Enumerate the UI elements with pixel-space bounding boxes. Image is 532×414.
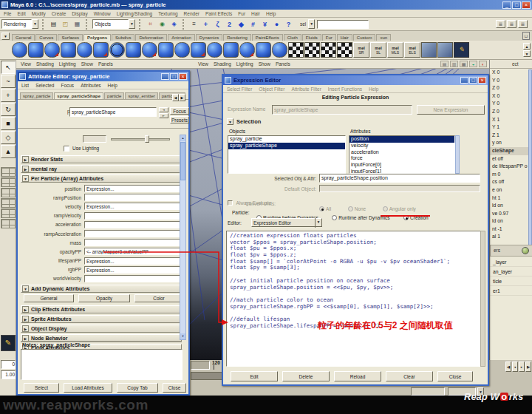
rotate-tool[interactable]: ↻ [1, 103, 16, 116]
channel-row[interactable]: cs off [490, 178, 532, 186]
shelf-tab[interactable]: Animation [168, 34, 195, 41]
mel-script-button[interactable]: melSL [370, 42, 386, 58]
attribute-list-item[interactable]: inputForce[0] [349, 162, 454, 169]
scroll-down-icon[interactable]: ▼ [180, 333, 185, 339]
channel-row[interactable]: al 1 [490, 233, 532, 241]
sphere-icon[interactable]: ● [272, 19, 282, 29]
channel-row[interactable]: X 1 [490, 116, 532, 124]
menu-item[interactable]: Help [369, 86, 378, 92]
channel-row[interactable]: ve 0.97 [490, 210, 532, 218]
scale-tool[interactable]: ■ [1, 117, 16, 130]
shelf-icon-selected[interactable] [109, 42, 125, 58]
maximize-button[interactable]: □ [512, 1, 521, 9]
last-tool[interactable]: ▲ [1, 145, 16, 158]
section-per-particle[interactable]: ▼Per Particle (Array) Attributes [21, 174, 182, 183]
shelf-icon[interactable] [223, 42, 239, 58]
attribute-list-item[interactable]: force [349, 155, 454, 162]
attribute-scrollbar[interactable]: ▲ ▼ [180, 135, 186, 340]
chevron-down-icon[interactable]: ▼ [227, 118, 233, 125]
panel-menu-item[interactable]: Shading [214, 61, 231, 67]
menu-item[interactable]: Selected [35, 83, 54, 88]
layer-item[interactable]: er1 [490, 286, 532, 296]
lasso-tool[interactable]: ~ [1, 75, 16, 88]
divider[interactable] [139, 19, 142, 30]
range-start-field[interactable]: 0 [1, 360, 16, 369]
attributes-scrollbar[interactable] [455, 135, 460, 174]
layers-menu-fragment[interactable]: ers [494, 248, 500, 253]
minimize-button[interactable]: _ [460, 77, 468, 84]
shelf-icon[interactable] [174, 42, 190, 58]
menu-item[interactable]: Help [108, 83, 117, 88]
menu-item[interactable]: Help [266, 11, 276, 16]
channel-row[interactable]: et off [490, 155, 532, 163]
new-scene-icon[interactable]: ▤ [49, 19, 58, 29]
creation-radio[interactable] [403, 215, 409, 220]
attribute-list-item[interactable]: inputForce[1] [349, 169, 454, 174]
channel-row[interactable]: nt -1 [490, 225, 532, 234]
chevron-down-icon[interactable]: ▼ [129, 19, 135, 29]
attribute-value-field[interactable] [84, 275, 180, 282]
menu-item[interactable]: Hair [251, 11, 260, 16]
divider[interactable] [86, 19, 89, 30]
currency-icon[interactable]: ¥ [260, 19, 270, 29]
scroll-up-icon[interactable]: ▲ [180, 135, 185, 141]
chevron-down-icon[interactable]: ▼ [32, 19, 38, 29]
attribute-value-field[interactable] [84, 221, 180, 228]
menu-item[interactable]: Attributes [81, 83, 100, 88]
clear-button[interactable]: Clear [386, 371, 433, 381]
input-list-icon[interactable]: ≡ [189, 19, 199, 29]
render-settings-icon[interactable]: ◆ [236, 19, 246, 29]
panel-menu-item[interactable]: Lighting [59, 61, 76, 67]
move-tool[interactable]: + [1, 89, 16, 102]
current-frame-box[interactable] [191, 361, 210, 370]
shelf-tab[interactable]: Rendering [223, 34, 251, 41]
channel-row[interactable]: Y 0 [490, 100, 532, 108]
reload-button[interactable]: Reload [334, 371, 381, 381]
load-attributes-button[interactable]: Load Attributes [64, 383, 112, 393]
trash-icon[interactable]: ⊔ [522, 32, 530, 40]
channel-row[interactable]: X 0 [490, 92, 532, 101]
shelf-icon[interactable] [77, 42, 92, 58]
snap-curve-icon[interactable]: ◉ [157, 19, 167, 29]
quick-select-input[interactable] [317, 20, 369, 29]
attribute-value-field[interactable]: <- arrayMapper3.outValuePP [84, 248, 180, 255]
attribute-value-field[interactable] [84, 212, 180, 220]
chevron-down-icon[interactable]: ▼ [308, 19, 315, 29]
panel-toolbar-icon[interactable]: ▤ [440, 61, 449, 67]
shelf-tab[interactable]: Polygons [83, 34, 111, 41]
grid-toggle-icon[interactable]: # [248, 19, 258, 29]
render-icon[interactable]: ζ [213, 19, 222, 29]
checker-shelf-icon[interactable] [288, 42, 304, 58]
attribute-value-field[interactable] [84, 194, 180, 201]
focus-in-icon[interactable]: ⇥ [159, 107, 168, 112]
menu-item[interactable]: Render [184, 11, 200, 16]
anim-start-field[interactable] [411, 387, 445, 396]
shelf-tab[interactable]: Curves [35, 34, 57, 41]
divider[interactable] [183, 19, 185, 30]
ipr-render-icon[interactable]: 2 [225, 19, 234, 29]
shelf-scroll-up-icon[interactable]: ▲ [523, 43, 531, 50]
shelf-tab[interactable]: Surfaces [58, 34, 83, 41]
panel-menu-item[interactable]: Shading [36, 61, 54, 67]
channel-row[interactable]: Z 1 [490, 132, 532, 140]
delete-button[interactable]: Delete [282, 371, 330, 381]
show-tool-settings-icon[interactable]: ≣ [507, 20, 516, 28]
menu-item[interactable]: Edit [17, 11, 25, 16]
panel-menu-item[interactable]: Show [81, 61, 93, 67]
help-icon[interactable]: ? [284, 19, 293, 29]
expression-code-area[interactable]: //creation expression floats particlesve… [226, 231, 483, 367]
channel-row[interactable]: Z 0 [490, 84, 532, 92]
editor-dropdown[interactable]: Expression Editor ▼ [251, 218, 322, 227]
shelf-tab[interactable]: Custom [353, 34, 376, 41]
shelf-tab[interactable]: Subdivs [112, 34, 134, 41]
channel-row[interactable]: y on [490, 139, 532, 147]
checker-shelf-icon[interactable] [337, 42, 352, 58]
channel-row[interactable]: de lifespanPP o [490, 163, 532, 171]
attribute-value-field[interactable]: Expression... [84, 266, 180, 274]
show-channel-box-icon[interactable]: ≣ [518, 20, 528, 28]
panel-toolbar-color-icon[interactable]: ◐ [479, 61, 487, 67]
layout-split-button[interactable] [1, 188, 16, 197]
menu-item[interactable]: Fur [238, 11, 245, 16]
section-clip-effects[interactable]: ▶Clip Effects Attributes [21, 305, 182, 313]
menu-item[interactable]: Paint Effects [205, 11, 232, 16]
